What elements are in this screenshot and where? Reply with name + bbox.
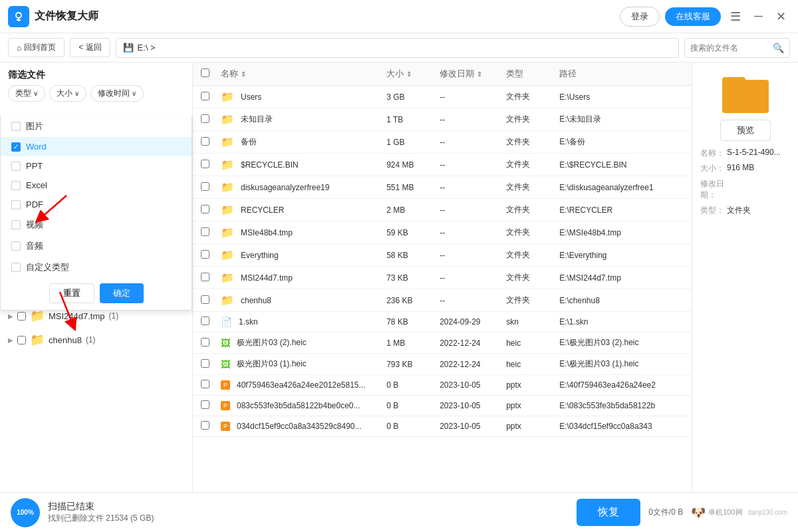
type-dropdown: 图片 ✓ Word PPT Excel PDF 视频 xyxy=(0,116,192,311)
row-checkbox[interactable] xyxy=(201,400,209,409)
type-item-word[interactable]: ✓ Word xyxy=(1,137,192,156)
row-checkbox[interactable] xyxy=(201,227,209,236)
table-row[interactable]: 📁MSI244d7.tmp 73 KB -- 文件夹 E:\MSI244d7.t… xyxy=(193,267,692,289)
table-row[interactable]: 🖼极光图片03 (1).heic 793 KB 2022-12-24 heic … xyxy=(193,354,692,375)
folder-name-chenhu8: chenhu8 xyxy=(49,335,82,345)
row-checkbox[interactable] xyxy=(201,295,209,304)
row-checkbox[interactable] xyxy=(201,421,209,430)
row-checkbox[interactable] xyxy=(201,338,209,346)
svg-rect-0 xyxy=(11,9,26,24)
confirm-button[interactable]: 确定 xyxy=(100,283,144,303)
recover-count: 0文件/0 B xyxy=(648,507,683,518)
row-checkbox[interactable] xyxy=(201,359,209,368)
file-list: 📁Users 3 GB -- 文件夹 E:\Users 📁未知目录 1 TB -… xyxy=(193,86,692,492)
img-icon: 🖼 xyxy=(221,359,230,370)
img-checkbox[interactable] xyxy=(11,122,21,131)
row-checkbox[interactable] xyxy=(201,273,209,281)
table-row[interactable]: P 034dcf15ef9cc0a8a343529c8490... 0 B 20… xyxy=(193,416,692,437)
row-checkbox[interactable] xyxy=(201,317,209,325)
table-row[interactable]: 📁diskusageanalyzerfree19 551 MB -- 文件夹 E… xyxy=(193,176,692,199)
search-input[interactable] xyxy=(690,43,770,53)
row-checkbox[interactable] xyxy=(201,114,209,123)
row-checkbox[interactable] xyxy=(201,92,209,100)
minimize-icon[interactable]: ─ xyxy=(750,9,767,23)
close-icon[interactable]: ✕ xyxy=(772,9,790,24)
service-button[interactable]: 在线客服 xyxy=(665,7,721,26)
home-button[interactable]: ⌂ 回到首页 xyxy=(8,38,65,57)
table-row[interactable]: 📁Everything 58 KB -- 文件夹 E:\Everything xyxy=(193,244,692,267)
type-item-ppt[interactable]: PPT xyxy=(1,156,192,176)
row-checkbox[interactable] xyxy=(201,137,209,146)
excel-checkbox[interactable] xyxy=(11,181,21,190)
row-checkbox[interactable] xyxy=(201,250,209,259)
type-filter-tag[interactable]: 类型 ∨ xyxy=(8,85,45,102)
img-icon: 🖼 xyxy=(221,338,230,348)
folder-icon: 📁 xyxy=(221,136,234,148)
type-item-excel[interactable]: Excel xyxy=(1,176,192,195)
back-button[interactable]: < 返回 xyxy=(70,38,110,57)
scan-title: 扫描已结束 xyxy=(48,501,569,513)
danji-logo: 🐶 单机100网 danji100.com xyxy=(691,505,787,520)
meta-name-row: 名称： S-1-5-21-490... xyxy=(700,148,790,159)
custom-checkbox[interactable] xyxy=(11,263,21,272)
audio-checkbox[interactable] xyxy=(11,241,21,251)
folder-checkbox-msi[interactable] xyxy=(17,312,26,321)
folder-icon: 📁 xyxy=(221,158,234,171)
type-item-img[interactable]: 图片 xyxy=(1,116,192,137)
table-row[interactable]: 📁MSIe48b4.tmp 59 KB -- 文件夹 E:\MSIe48b4.t… xyxy=(193,221,692,244)
type-item-custom[interactable]: 自定义类型 xyxy=(1,257,192,278)
size-filter-tag[interactable]: 大小 ∨ xyxy=(49,85,86,102)
type-item-pdf[interactable]: PDF xyxy=(1,195,192,214)
row-checkbox[interactable] xyxy=(201,380,209,388)
pptx-icon: P xyxy=(221,422,230,431)
pptx-icon: P xyxy=(221,401,230,410)
size-sort-icon[interactable]: ⇕ xyxy=(406,70,412,78)
folder-checkbox-chenhu8[interactable] xyxy=(17,336,26,344)
table-row[interactable]: P 083c553fe3b5da58122b4be0ce0... 0 B 202… xyxy=(193,396,692,416)
file-meta: 名称： S-1-5-21-490... 大小： 916 MB 修改日期： 类型：… xyxy=(700,148,790,220)
col-date-header: 修改日期 ⇕ xyxy=(440,68,506,80)
table-row[interactable]: 📁RECYCLER 2 MB -- 文件夹 E:\RECYCLER xyxy=(193,199,692,221)
titlebar-actions: 登录 在线客服 ☰ ─ ✕ xyxy=(620,7,790,27)
folder-icon: 📁 xyxy=(221,203,234,216)
name-sort-icon[interactable]: ⇕ xyxy=(241,70,246,78)
table-row[interactable]: 📁备份 1 GB -- 文件夹 E:\备份 xyxy=(193,131,692,154)
pdf-checkbox[interactable] xyxy=(11,200,21,209)
login-button[interactable]: 登录 xyxy=(620,7,660,27)
table-row[interactable]: 📁未知目录 1 TB -- 文件夹 E:\未知目录 xyxy=(193,108,692,131)
ppt-checkbox[interactable] xyxy=(11,162,21,171)
table-row[interactable]: 📁Users 3 GB -- 文件夹 E:\Users xyxy=(193,86,692,108)
pptx-icon: P xyxy=(221,380,230,390)
home-icon: ⌂ xyxy=(17,43,21,53)
filter-tags: 类型 ∨ 大小 ∨ 修改时间 ∨ xyxy=(0,85,192,107)
reset-button[interactable]: 重置 xyxy=(49,283,94,303)
recover-button[interactable]: 恢复 xyxy=(577,499,640,526)
table-row[interactable]: P 40f759463ea426a24ee2012e5815... 0 B 20… xyxy=(193,375,692,396)
select-all-checkbox[interactable] xyxy=(201,68,209,77)
time-filter-tag[interactable]: 修改时间 ∨ xyxy=(90,85,144,102)
word-checkbox[interactable]: ✓ xyxy=(11,142,21,152)
table-row[interactable]: 📁chenhu8 236 KB -- 文件夹 E:\chenhu8 xyxy=(193,289,692,312)
file-area: 名称 ⇕ 大小 ⇕ 修改日期 ⇕ 类型 路径 📁Users 3 GB -- 文件… xyxy=(193,63,692,492)
app-title: 文件恢复大师 xyxy=(35,9,620,23)
type-item-audio[interactable]: 音频 xyxy=(1,235,192,257)
search-area[interactable]: 🔍 xyxy=(684,38,790,58)
row-checkbox[interactable] xyxy=(201,182,209,191)
folder-icon: 📁 xyxy=(221,271,234,284)
col-type-header: 类型 xyxy=(506,68,559,80)
preview-button[interactable]: 预览 xyxy=(720,120,771,141)
file-table-header: 名称 ⇕ 大小 ⇕ 修改日期 ⇕ 类型 路径 xyxy=(193,63,692,86)
row-checkbox[interactable] xyxy=(201,160,209,168)
table-row[interactable]: 📄1.skn 78 KB 2024-09-29 skn E:\1.skn xyxy=(193,312,692,332)
table-row[interactable]: 📁$RECYCLE.BIN 924 MB -- 文件夹 E:\$RECYCLE.… xyxy=(193,154,692,176)
row-checkbox[interactable] xyxy=(201,205,209,213)
type-item-video[interactable]: 视频 xyxy=(1,214,192,235)
sidebar-folder-chenhu8[interactable]: ▶ 📁 chenhu8 (1) xyxy=(0,328,192,352)
folder-badge-msi: (1) xyxy=(109,311,119,321)
folder-icon: 📁 xyxy=(221,181,234,194)
search-icon[interactable]: 🔍 xyxy=(773,43,784,53)
table-row[interactable]: 🖼极光图片03 (2).heic 1 MB 2022-12-24 heic E:… xyxy=(193,332,692,354)
date-sort-icon[interactable]: ⇕ xyxy=(477,70,482,78)
video-checkbox[interactable] xyxy=(11,220,21,229)
menu-icon[interactable]: ☰ xyxy=(726,9,745,24)
